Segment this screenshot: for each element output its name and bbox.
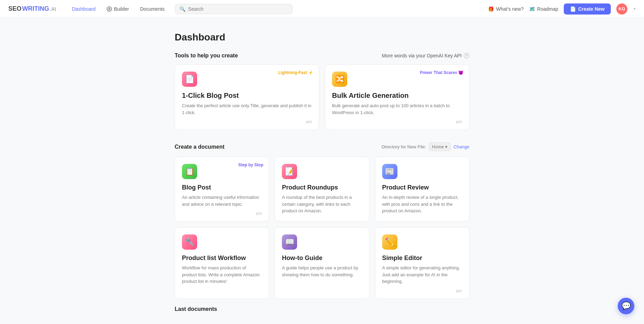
docs-grid-bottom: 🔧 Product list Workflow Workflow for mas… [175, 227, 469, 299]
search-input[interactable] [188, 6, 288, 12]
change-button[interactable]: Change [453, 144, 469, 149]
dir-select[interactable]: Home ▾ [429, 142, 451, 151]
header: SEO WRITING .AI Dashboard Builder Docume… [0, 0, 644, 18]
roundups-icon: 📝 [282, 164, 297, 179]
doc-card-howto[interactable]: 📖 How-to Guide A guide helps people use … [275, 227, 369, 299]
openai-text: More words via your OpenAI Key API [382, 53, 462, 58]
tools-section-title: Tools to help you create [175, 53, 238, 59]
nav-documents[interactable]: Documents [135, 4, 169, 14]
main-nav: Dashboard Builder Documents [67, 4, 169, 14]
tools-grid: Lightning-Fast ⚡ 📄 1-Click Blog Post Cre… [175, 64, 469, 130]
doc-card-editor[interactable]: ✏️ Simple Editor A simple editor for gen… [375, 227, 469, 299]
power-badge: Power That Scares 😈 [420, 70, 463, 75]
badge-text: Lightning-Fast ⚡ [278, 70, 313, 75]
nav-builder-label: Builder [114, 6, 129, 12]
chat-button[interactable]: 💬 [618, 298, 634, 314]
doc-card-blog-post[interactable]: Step by Step 📋 Blog Post An article cont… [175, 157, 269, 222]
openai-link[interactable]: More words via your OpenAI Key API ? [382, 53, 469, 58]
tool-card-bulk[interactable]: Power That Scares 😈 🔀 Bulk Article Gener… [325, 64, 469, 130]
map-icon: 🗺️ [529, 6, 535, 12]
blog-post-api: API [182, 120, 312, 124]
last-docs-title: Last documents [175, 306, 469, 312]
logo-ai: .AI [50, 6, 56, 12]
editor-title: Simple Editor [382, 254, 462, 262]
workflow-desc: Workflow for mass production of product … [182, 265, 262, 285]
main-content: Dashboard Tools to help you create More … [166, 18, 478, 324]
svg-point-0 [109, 8, 110, 10]
step-by-step-badge: Step by Step [238, 163, 264, 167]
review-desc: An in-depth review of a single product, … [382, 194, 462, 214]
review-title: Product Review [382, 184, 462, 191]
whats-new-label: What's new? [496, 6, 524, 12]
blog-post-title: 1-Click Blog Post [182, 92, 312, 100]
howto-icon: 📖 [282, 234, 297, 250]
workflow-icon: 🔧 [182, 234, 197, 250]
doc-card-review[interactable]: 📰 Product Review An in-depth review of a… [375, 157, 469, 222]
logo: SEO WRITING .AI [8, 5, 56, 12]
editor-desc: A simple editor for generating anything.… [382, 265, 462, 285]
editor-icon: ✏️ [382, 234, 397, 250]
bulk-icon: 🔀 [332, 72, 347, 87]
dir-control: Directory for New File: Home ▾ Change [381, 142, 469, 151]
create-section-title: Create a document [175, 144, 224, 150]
nav-builder[interactable]: Builder [102, 4, 134, 14]
blogpost-icon: 📋 [182, 164, 197, 179]
chat-icon: 💬 [622, 302, 631, 311]
search-icon: 🔍 [180, 6, 185, 12]
create-section-header: Create a document Directory for New File… [175, 142, 469, 151]
gift-icon: 🎁 [488, 6, 494, 12]
doc-card-roundups[interactable]: 📝 Product Roundups A roundup of the best… [275, 157, 369, 222]
roadmap-link[interactable]: 🗺️ Roadmap [529, 6, 558, 12]
howto-desc: A guide helps people use a product by sh… [282, 265, 362, 278]
blogpost-title: Blog Post [182, 184, 262, 191]
bulk-desc: Bulk generate and auto-post up to 100 ar… [332, 102, 462, 116]
dir-chevron: ▾ [445, 144, 448, 149]
logo-seo: SEO [8, 5, 21, 12]
tools-section-header: Tools to help you create More words via … [175, 53, 469, 59]
blogpost-api: API [182, 212, 262, 216]
dir-label: Directory for New File: [381, 144, 426, 149]
create-new-button[interactable]: 📄 Create New [564, 3, 611, 15]
docs-grid-top: Step by Step 📋 Blog Post An article cont… [175, 157, 469, 222]
avatar[interactable]: KG [616, 3, 627, 15]
header-right: 🎁 What's new? 🗺️ Roadmap 📄 Create New KG… [488, 3, 636, 15]
page-title: Dashboard [175, 32, 469, 43]
help-icon: ? [464, 53, 469, 58]
power-badge-text: Power That Scares 😈 [420, 70, 463, 75]
blogpost-desc: An article containing useful information… [182, 194, 262, 207]
nav-dashboard[interactable]: Dashboard [67, 4, 101, 14]
doc-card-workflow[interactable]: 🔧 Product list Workflow Workflow for mas… [175, 227, 269, 299]
create-new-label: Create New [578, 6, 605, 12]
search-bar[interactable]: 🔍 [175, 4, 293, 14]
tool-card-blog-post[interactable]: Lightning-Fast ⚡ 📄 1-Click Blog Post Cre… [175, 64, 319, 130]
editor-api: API [382, 289, 462, 293]
roundups-desc: A roundup of the best products in a cert… [282, 194, 362, 214]
review-icon: 📰 [382, 164, 397, 179]
lightning-badge: Lightning-Fast ⚡ [278, 70, 313, 75]
roadmap-label: Roadmap [537, 6, 558, 12]
whats-new-link[interactable]: 🎁 What's new? [488, 6, 524, 12]
roundups-title: Product Roundups [282, 184, 362, 191]
create-icon: 📄 [570, 6, 576, 12]
gear-icon [107, 6, 112, 12]
bulk-title: Bulk Article Generation [332, 92, 462, 100]
blog-post-icon: 📄 [182, 72, 197, 87]
bulk-api: API [332, 120, 462, 124]
blog-post-desc: Create the perfect article use only Titl… [182, 102, 312, 116]
howto-title: How-to Guide [282, 254, 362, 262]
logo-writing: WRITING [22, 5, 49, 12]
chevron-down-icon[interactable]: ▾ [634, 7, 636, 11]
dir-value: Home [432, 144, 444, 149]
workflow-title: Product list Workflow [182, 254, 262, 262]
